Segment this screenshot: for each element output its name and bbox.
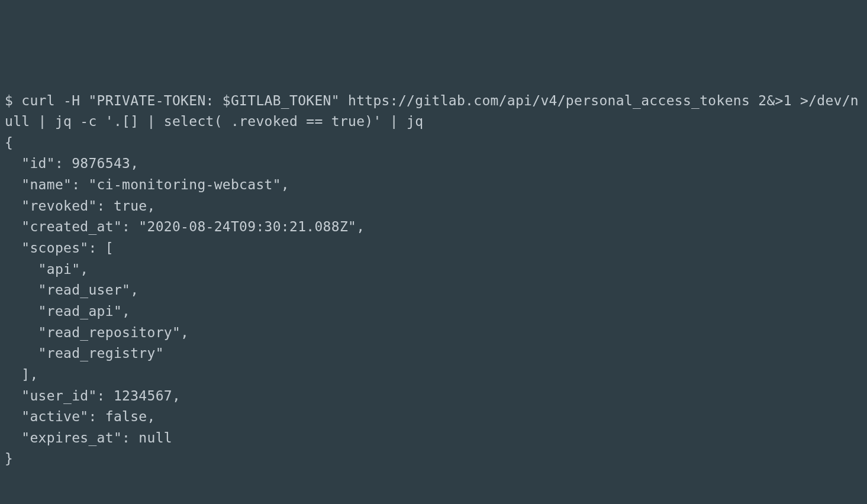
json-output-line: "scopes": [ (5, 240, 114, 256)
json-output-line: { (5, 135, 13, 150)
json-output-line: "user_id": 1234567, (5, 388, 181, 403)
json-output-line: "read_registry" (5, 345, 164, 361)
json-output-line: "name": "ci-monitoring-webcast", (5, 177, 289, 192)
json-output-line: ], (5, 367, 38, 382)
terminal-output[interactable]: $ curl -H "PRIVATE-TOKEN: $GITLAB_TOKEN"… (5, 91, 862, 470)
json-output-line: "read_api", (5, 303, 130, 319)
json-output-line: "api", (5, 261, 88, 277)
json-output-line: "created_at": "2020-08-24T09:30:21.088Z"… (5, 219, 365, 234)
json-output-line: "read_repository", (5, 325, 189, 340)
json-output-line: } (5, 451, 13, 466)
command-line: $ curl -H "PRIVATE-TOKEN: $GITLAB_TOKEN"… (5, 93, 859, 130)
json-output-line: "active": false, (5, 409, 156, 424)
json-output-line: "read_user", (5, 282, 138, 298)
json-output-line: "expires_at": null (5, 430, 172, 445)
json-output-line: "revoked": true, (5, 198, 156, 214)
json-output-line: "id": 9876543, (5, 156, 138, 171)
